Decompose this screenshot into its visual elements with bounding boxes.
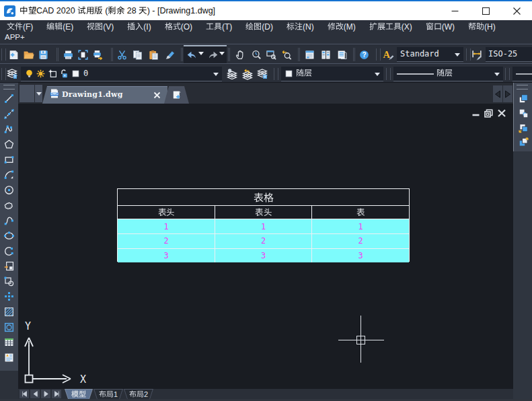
redo-dropdown-button[interactable] (219, 52, 225, 55)
send-to-back-tool[interactable] (517, 107, 530, 120)
layer-properties-button[interactable] (6, 68, 18, 80)
layer-manager-button[interactable] (303, 48, 315, 61)
layer-previous-button[interactable] (241, 68, 254, 80)
tab-list-button[interactable] (20, 85, 34, 102)
print-preview-button[interactable] (77, 48, 89, 61)
toolbar-gripper[interactable] (517, 85, 528, 89)
revision-cloud-tool[interactable] (3, 199, 15, 212)
menu-item-draw[interactable]: (D) (239, 20, 280, 34)
new-drawing-tab-button[interactable] (164, 86, 189, 104)
rectangle-tool[interactable] (3, 153, 15, 166)
layout-first-button[interactable] (20, 390, 29, 398)
dim-style-combo[interactable]: ISO-25 (486, 47, 532, 62)
match-properties-button[interactable] (164, 48, 176, 61)
help-button[interactable]: ? (358, 48, 370, 61)
undo-dropdown-button[interactable] (198, 52, 204, 55)
menu-item-dimension[interactable]: (N) (280, 20, 321, 34)
menu-item-help[interactable]: (H) (461, 20, 502, 34)
toolbar-gripper[interactable] (274, 68, 278, 80)
menu-item-edit[interactable]: (E) (40, 20, 80, 34)
document-tab-close-button[interactable] (150, 86, 163, 104)
drawing-close-button[interactable] (496, 108, 507, 118)
arc-tool[interactable] (3, 168, 15, 181)
region-tool[interactable] (3, 321, 15, 334)
layout-prev-button[interactable] (30, 390, 40, 398)
toolbar-gripper[interactable] (466, 48, 471, 61)
line-tool[interactable] (3, 92, 15, 105)
tab-scroll-right-button[interactable] (503, 85, 512, 102)
point-tool[interactable] (3, 290, 15, 303)
layout-tab-layout2[interactable]: 2 (124, 389, 153, 399)
mtext-tool[interactable] (3, 351, 15, 364)
layer-states-button[interactable] (256, 68, 268, 80)
menu-item-express[interactable]: (X) (363, 20, 419, 34)
toolbar-gripper[interactable] (386, 68, 391, 80)
window-minimize-button[interactable] (439, 1, 470, 20)
window-maximize-button[interactable] (470, 1, 501, 20)
menu-item-format[interactable]: (O) (158, 20, 199, 34)
layout-last-button[interactable] (52, 390, 61, 398)
drawing-restore-button[interactable] (483, 108, 494, 118)
publish-button[interactable] (91, 48, 104, 61)
drawing-minimize-button[interactable] (470, 108, 481, 118)
pan-button[interactable] (234, 48, 246, 61)
open-button[interactable] (22, 48, 34, 61)
zoom-realtime-button[interactable] (250, 48, 262, 61)
tab-scroll-left-button[interactable] (493, 85, 502, 102)
menu-item-insert[interactable]: (I) (120, 20, 157, 34)
menu-item-window[interactable]: (W) (419, 20, 461, 34)
menu-item-file[interactable]: (F) (0, 20, 40, 34)
save-button[interactable] (37, 48, 49, 61)
paste-button[interactable] (147, 48, 159, 61)
properties-palette-button[interactable] (319, 48, 332, 61)
make-block-tool[interactable] (3, 275, 15, 288)
redo-button[interactable] (206, 48, 219, 61)
menu-item-modify[interactable]: (M) (321, 20, 363, 34)
toolbar-gripper[interactable] (376, 48, 381, 61)
hatch-tool[interactable] (3, 305, 15, 318)
design-center-button[interactable] (336, 48, 348, 61)
color-combo[interactable] (281, 67, 383, 81)
layout-next-button[interactable] (41, 390, 50, 398)
cad-table-entity[interactable]: 111222333 (117, 188, 410, 262)
undo-button[interactable] (186, 48, 198, 61)
polyline-tool[interactable] (3, 122, 15, 135)
text-style-combo[interactable]: Standard (397, 47, 463, 62)
insert-block-tool[interactable] (3, 260, 15, 272)
make-layer-current-button[interactable] (226, 68, 238, 80)
toolbar-gripper[interactable] (1, 68, 6, 80)
layout-tab-layout1[interactable]: 1 (93, 389, 123, 399)
construction-line-tool[interactable] (3, 108, 15, 120)
layer-on-icon[interactable] (24, 69, 34, 79)
table-tool[interactable] (3, 336, 15, 349)
ellipse-tool[interactable] (3, 229, 15, 242)
cut-button[interactable] (116, 48, 128, 61)
tab-list-dropdown-button[interactable] (35, 85, 42, 102)
layout-tab-model[interactable] (65, 389, 93, 399)
circle-tool[interactable] (3, 184, 15, 196)
new-button[interactable] (7, 48, 20, 61)
dim-style-button[interactable] (471, 48, 483, 61)
layer-combo[interactable]: 0 (21, 67, 222, 81)
text-style-button[interactable]: A (383, 48, 395, 61)
plot-button[interactable] (62, 48, 74, 61)
bring-above-objects-tool[interactable] (517, 136, 530, 149)
layer-lock-icon[interactable] (59, 69, 69, 79)
layer-color-swatch[interactable] (71, 69, 80, 78)
toolbar-gripper[interactable] (1, 48, 6, 61)
menu-item-app-plus[interactable]: APP+ (5, 33, 25, 41)
copy-button[interactable] (131, 48, 143, 61)
send-under-objects-tool[interactable] (517, 122, 530, 135)
toolbar-gripper[interactable] (505, 68, 510, 80)
layer-plot-icon[interactable] (48, 69, 58, 79)
menu-item-tools[interactable]: (T) (199, 20, 239, 34)
lineweight-combo[interactable] (512, 67, 532, 81)
spline-tool[interactable] (3, 214, 15, 227)
zoom-window-button[interactable] (265, 48, 277, 61)
linetype-combo[interactable] (393, 67, 503, 81)
document-tab-active[interactable]: DWG Drawing1.dwg (42, 86, 167, 104)
window-close-button[interactable] (501, 1, 532, 20)
layer-freeze-icon[interactable] (36, 69, 46, 79)
menu-item-view[interactable]: (V) (80, 20, 120, 34)
bring-to-front-tool[interactable] (517, 92, 530, 105)
